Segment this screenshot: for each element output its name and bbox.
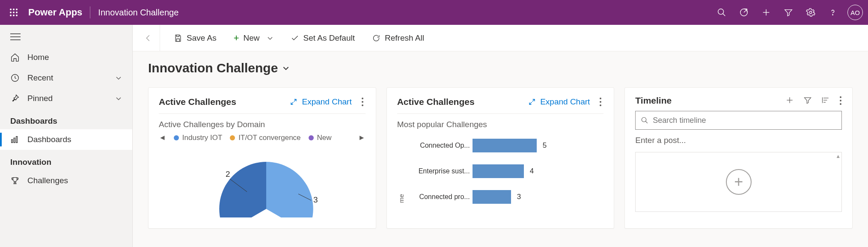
svg-point-32 [600, 101, 601, 103]
timeline-enter-post[interactable]: Enter a post... [635, 136, 842, 145]
expand-label: Expand Chart [302, 97, 351, 107]
timeline-search[interactable] [635, 111, 842, 130]
command-bar: Save As + New Set As Default Refresh All [133, 25, 868, 51]
expand-chart-button[interactable]: Expand Chart [528, 97, 590, 107]
svg-line-10 [723, 14, 725, 16]
more-icon[interactable] [360, 95, 366, 108]
chevron-down-icon [282, 64, 290, 72]
legend-swatch [174, 135, 179, 140]
header-separator [90, 6, 90, 18]
save-as-button[interactable]: Save As [167, 29, 223, 47]
sidebar-section-dashboards: Dashboards [0, 109, 132, 129]
command-label: Save As [187, 33, 217, 43]
expand-icon [528, 98, 536, 106]
back-button[interactable] [136, 25, 160, 51]
app-name[interactable]: Power Apps [28, 7, 82, 18]
clock-icon [10, 73, 20, 83]
avatar-initials: AO [850, 9, 860, 16]
filter-icon[interactable] [778, 2, 799, 23]
timeline-title: Timeline [635, 95, 672, 106]
svg-point-26 [362, 98, 363, 99]
timeline-sort-icon[interactable] [821, 96, 830, 105]
sidebar-item-dashboards[interactable]: Dashboards [0, 129, 132, 150]
legend-label: Industry IOT [182, 134, 223, 142]
sidebar-section-innovation: Innovation [0, 150, 132, 170]
bar-value: 3 [517, 193, 521, 201]
legend-swatch [230, 135, 235, 140]
card-title: Active Challenges [397, 97, 475, 107]
task-icon[interactable] [734, 2, 754, 23]
svg-point-31 [600, 98, 601, 99]
card-title: Active Challenges [159, 97, 236, 107]
svg-point-40 [840, 96, 841, 98]
sidebar-item-recent[interactable]: Recent [0, 68, 132, 88]
chart-card-1: Active Challenges Expand Chart Active Ch… [148, 87, 376, 229]
timeline-search-input[interactable] [653, 116, 836, 125]
legend-label: IT/OT convergence [238, 134, 300, 142]
dashboard-icon [10, 135, 20, 144]
chevron-down-icon [267, 35, 273, 42]
chevron-down-icon [115, 74, 122, 81]
legend-prev-icon[interactable]: ◄ [159, 134, 166, 142]
pin-icon [10, 94, 20, 103]
legend-item[interactable]: Industry IOT [174, 134, 223, 142]
svg-point-1 [13, 9, 15, 10]
pie-label: 3 [313, 195, 318, 204]
gear-icon[interactable] [800, 2, 821, 23]
svg-point-17 [809, 11, 812, 14]
sidebar-item-label: Home [27, 53, 49, 62]
timeline-more-icon[interactable] [839, 96, 842, 105]
svg-rect-23 [12, 140, 13, 143]
expand-chart-button[interactable]: Expand Chart [290, 97, 351, 107]
search-icon[interactable] [711, 2, 732, 23]
svg-point-0 [10, 9, 12, 10]
user-avatar[interactable]: AO [847, 5, 863, 20]
svg-point-41 [840, 100, 841, 101]
more-icon[interactable] [597, 95, 603, 108]
legend-item[interactable]: IT/OT convergence [230, 134, 300, 142]
legend-next-icon[interactable]: ► [358, 134, 366, 142]
timeline-add-icon[interactable] [785, 96, 794, 105]
svg-point-5 [16, 12, 18, 13]
sidebar-item-pinned[interactable]: Pinned [0, 88, 132, 109]
add-icon[interactable] [756, 2, 776, 23]
app-header: Power Apps Innovation Challenge AO [0, 0, 868, 25]
timeline-add-button[interactable]: + [726, 169, 752, 195]
svg-point-2 [16, 9, 18, 10]
bar-chart: Connected Op... 5 Enterprise sust... 4 C… [406, 134, 604, 204]
app-launcher-icon[interactable] [5, 4, 22, 21]
timeline-filter-icon[interactable] [803, 96, 812, 105]
sidebar-item-challenges[interactable]: Challenges [0, 170, 132, 191]
y-axis-label: me [398, 194, 405, 203]
chart-subtitle: Most popular Challenges [397, 120, 604, 129]
svg-point-7 [13, 15, 15, 16]
svg-rect-25 [16, 137, 18, 143]
sidebar-toggle[interactable] [0, 27, 132, 47]
pie-label: 2 [226, 170, 230, 179]
command-label: Set As Default [303, 33, 355, 43]
svg-point-27 [362, 101, 363, 103]
legend-item[interactable]: New [309, 134, 332, 142]
svg-line-44 [646, 121, 648, 123]
refresh-icon [372, 34, 380, 42]
command-label: New [244, 33, 260, 43]
new-button[interactable]: + New [227, 29, 280, 47]
bar-row: Connected Op... 5 [410, 139, 604, 152]
refresh-all-button[interactable]: Refresh All [365, 29, 431, 47]
svg-rect-24 [14, 138, 15, 143]
command-label: Refresh All [385, 33, 424, 43]
chevron-down-icon [115, 95, 122, 102]
sidebar: Home Recent Pinned Dashboards Dashboards… [0, 25, 133, 247]
legend-label: New [317, 134, 332, 142]
scroll-up-icon[interactable]: ▲ [835, 153, 841, 159]
sidebar-item-home[interactable]: Home [0, 47, 132, 68]
svg-point-43 [642, 117, 647, 122]
view-selector[interactable]: Innovation Challenge [148, 61, 853, 75]
help-icon[interactable] [823, 2, 843, 23]
save-icon [174, 34, 182, 42]
sidebar-item-label: Recent [27, 73, 53, 83]
legend-swatch [309, 135, 314, 140]
set-default-button[interactable]: Set As Default [284, 29, 362, 47]
header-page-name: Innovation Challenge [98, 8, 178, 18]
svg-point-3 [10, 12, 12, 13]
